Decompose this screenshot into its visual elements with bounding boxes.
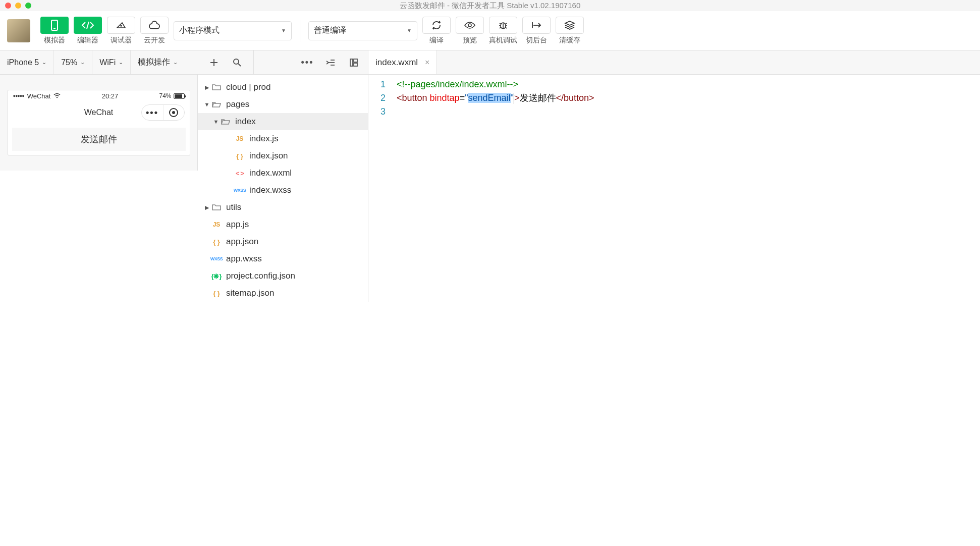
remote-debug-label: 真机调试 — [489, 36, 517, 45]
compile-mode-label: 普通编译 — [314, 25, 346, 36]
phone-page-content: 发送邮件 — [8, 124, 190, 155]
bug-icon — [489, 17, 517, 34]
svg-rect-25 — [354, 59, 357, 62]
clear-cache-button[interactable]: 清缓存 — [556, 16, 584, 46]
app-mode-select[interactable]: 小程序模式 ▼ — [174, 21, 292, 40]
editor-label: 编辑器 — [77, 36, 98, 45]
tree-file-index-wxss[interactable]: WXSS index.wxss — [198, 182, 368, 199]
clear-cache-label: 清缓存 — [559, 36, 580, 45]
chevron-down-icon: ▼ — [203, 101, 211, 107]
code-line-1: <!--pages/index/index.wxml--> — [397, 78, 980, 91]
tree-file-sitemap[interactable]: { } sitemap.json — [198, 285, 368, 302]
svg-line-20 — [238, 64, 241, 66]
tree-label: index.json — [249, 151, 288, 161]
send-email-button[interactable]: 发送邮件 — [12, 128, 186, 151]
tree-file-index-json[interactable]: { } index.json — [198, 147, 368, 165]
nav-title: WeChat — [84, 108, 114, 117]
simulator-toggle[interactable]: 模拟器 — [40, 16, 69, 46]
tree-folder-cloud[interactable]: ▶ cloud | prod — [198, 79, 368, 96]
config-icon: {❋} — [211, 272, 222, 280]
traffic-lights — [5, 3, 31, 9]
folder-icon — [211, 84, 222, 91]
editor-tab-index-wxml[interactable]: index.wxml × — [368, 50, 437, 74]
compile-button[interactable]: 编译 — [422, 16, 451, 46]
more-options-button[interactable]: ••• — [302, 58, 312, 68]
refresh-icon — [422, 17, 451, 34]
folder-open-icon — [211, 101, 222, 108]
tree-label: app.wxss — [226, 254, 262, 264]
svg-line-12 — [505, 27, 507, 28]
zoom-select[interactable]: 75% ⌄ — [54, 50, 92, 74]
tree-label: index.wxss — [249, 185, 291, 195]
line-gutter: 1 2 3 — [368, 78, 393, 119]
debugger-label: 调试器 — [111, 36, 132, 45]
tree-folder-utils[interactable]: ▶ utils — [198, 199, 368, 216]
tree-label: project.config.json — [226, 271, 295, 281]
capsule-close-button[interactable] — [163, 105, 184, 120]
sim-action-label: 模拟操作 — [138, 57, 170, 68]
phone-nav-bar: WeChat ••• — [8, 101, 190, 124]
preview-button[interactable]: 预览 — [456, 16, 484, 46]
tree-label: utils — [226, 202, 241, 212]
device-select[interactable]: iPhone 5 ⌄ — [0, 50, 54, 74]
window-maximize-button[interactable] — [25, 3, 31, 9]
zoom-label: 75% — [61, 58, 77, 67]
chevron-down-icon: ▼ — [407, 28, 412, 33]
svg-line-11 — [500, 27, 501, 28]
chevron-down-icon: ⌄ — [80, 59, 85, 66]
remote-debug-button[interactable]: 真机调试 — [489, 16, 517, 46]
tree-folder-index[interactable]: ▼ index — [198, 113, 368, 130]
battery-icon — [174, 93, 185, 99]
tree-file-app-json[interactable]: { } app.json — [198, 233, 368, 250]
tree-label: index.js — [249, 134, 279, 144]
app-mode-label: 小程序模式 — [179, 25, 220, 36]
layers-icon — [556, 17, 584, 34]
chevron-right-icon: ▶ — [203, 84, 211, 91]
editor-toggle[interactable]: 编辑器 — [74, 16, 102, 46]
line-number: 1 — [368, 78, 386, 91]
close-tab-button[interactable]: × — [425, 58, 429, 67]
window-minimize-button[interactable] — [15, 3, 21, 9]
tree-file-app-wxss[interactable]: WXSS app.wxss — [198, 250, 368, 267]
main-area: iPhone 5 ⌄ 75% ⌄ WiFi ⌄ 模拟操作 ⌄ — [0, 50, 980, 522]
cloud-dev-button[interactable]: 云开发 — [140, 16, 169, 46]
code-editor[interactable]: 1 2 3 <!--pages/index/index.wxml--> <but… — [368, 75, 980, 122]
cloud-icon — [140, 17, 169, 34]
folder-icon — [211, 204, 222, 211]
layout-settings-button[interactable] — [349, 58, 359, 68]
tree-file-index-wxml[interactable]: < > index.wxml — [198, 165, 368, 182]
chevron-down-icon: ⌄ — [173, 59, 178, 66]
tree-label: index.wxml — [249, 168, 292, 178]
window-close-button[interactable] — [5, 3, 11, 9]
compile-mode-select[interactable]: 普通编译 ▼ — [308, 21, 417, 40]
window-titlebar: 云函数发邮件 - 微信开发者工具 Stable v1.02.1907160 — [0, 0, 980, 11]
tree-file-index-js[interactable]: JS index.js — [198, 130, 368, 147]
divider — [300, 20, 300, 42]
avatar[interactable] — [7, 19, 30, 42]
background-button[interactable]: 切后台 — [522, 16, 551, 46]
chevron-down-icon: ▼ — [212, 119, 220, 125]
add-file-button[interactable] — [209, 58, 219, 68]
tree-file-app-js[interactable]: JS app.js — [198, 216, 368, 233]
wxss-icon: WXSS — [234, 188, 245, 193]
search-button[interactable] — [232, 58, 242, 68]
json-icon: { } — [211, 290, 222, 297]
network-select[interactable]: WiFi ⌄ — [92, 50, 131, 74]
indent-settings-button[interactable] — [325, 58, 336, 68]
debugger-toggle[interactable]: 调试器 — [107, 16, 135, 46]
tab-filename: index.wxml — [375, 58, 418, 68]
battery-label: 74% — [159, 92, 171, 99]
editor-panel: index.wxml × 1 2 3 <!--pages/index/index… — [368, 50, 980, 522]
debugger-icon — [107, 17, 135, 34]
chevron-right-icon: ▶ — [203, 204, 211, 211]
wxml-icon: < > — [234, 170, 245, 177]
sim-action-select[interactable]: 模拟操作 ⌄ — [131, 50, 185, 74]
network-label: WiFi — [99, 58, 116, 67]
tree-folder-pages[interactable]: ▼ pages — [198, 96, 368, 113]
tree-file-project-config[interactable]: {❋} project.config.json — [198, 267, 368, 285]
window-title: 云函数发邮件 - 微信开发者工具 Stable v1.02.1907160 — [400, 1, 580, 11]
folder-open-icon — [220, 118, 231, 125]
explorer-toolbar: ••• — [198, 50, 368, 75]
tree-label: sitemap.json — [226, 288, 274, 298]
capsule-menu-button[interactable]: ••• — [142, 105, 163, 120]
